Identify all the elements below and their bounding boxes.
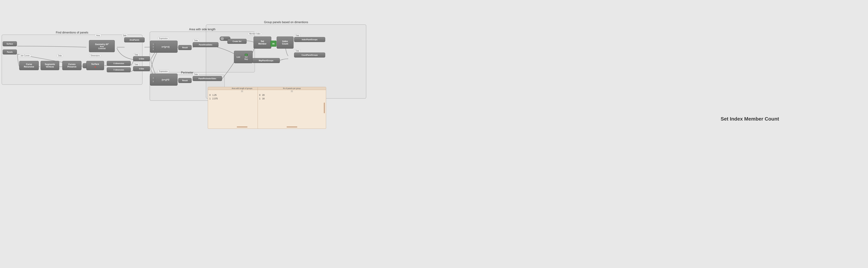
v-dim-label: V dimension: [114, 69, 124, 71]
panels-node[interactable]: Panels: [3, 50, 17, 55]
panels-row-1: 1 16: [259, 97, 324, 100]
list-set-map-node[interactable]: List { } Set Map: [234, 51, 253, 63]
data-perimeter-param: Data: [193, 73, 199, 76]
index-panel-groups-label: IndexPanelGroups: [302, 39, 317, 40]
scroll-bar-horizontal-panels[interactable]: [287, 126, 297, 127]
canvas: Find dimentions of panels Area with side…: [0, 0, 868, 268]
data-vdim-param: Data: [133, 63, 139, 66]
expression1-node[interactable]: x y z x+(y+z): [150, 40, 178, 53]
scroll-bar-panels[interactable]: [324, 102, 325, 113]
panels-per-group-header: Nr of panels per group: [258, 87, 326, 90]
scroll-bar-horizontal-area[interactable]: [237, 126, 247, 127]
panels-label: Panels: [7, 51, 12, 53]
join-curves-param: Data: [57, 54, 63, 57]
create-set-label: Create Set: [232, 40, 241, 42]
expression-param1: Expression: [158, 37, 169, 40]
surface2-label: Surface: [91, 63, 99, 65]
data-index-param: Data: [294, 34, 300, 37]
v-dim-node[interactable]: V-Dim: [133, 66, 150, 71]
panel-perimeter-label: PanelPerimeterSides: [198, 78, 216, 80]
segments-vertices-node[interactable]: Segments Vertices: [40, 61, 59, 70]
segments-label: Segments: [45, 63, 55, 65]
index-panel-groups-node[interactable]: IndexPanelGroups: [294, 37, 325, 42]
count-panel-groups-label: CountPanelGroups: [302, 54, 318, 56]
panels-per-group-panel: Nr of panels per group [0] 0 20 1 16: [258, 87, 326, 129]
panel-area-sides-node[interactable]: PanelAreaSides: [193, 42, 218, 47]
explode-param: Join Curves: [19, 54, 31, 57]
svg-rect-0: [2, 35, 142, 85]
surface-node[interactable]: Surface: [3, 41, 17, 46]
index-count-node[interactable]: Index Count: [277, 36, 293, 49]
curve-recursive-label: Curve: [26, 63, 32, 65]
expression-param2: Expression: [158, 70, 169, 73]
curves-label: Curves: [68, 63, 75, 65]
preserve-label: Preserve: [67, 65, 76, 68]
result2-node[interactable]: Result: [178, 78, 192, 83]
set-index-member-count-label: Set Index Member Count: [716, 106, 784, 131]
svg-text:Perimeter: Perimeter: [181, 71, 193, 74]
vertices-label: Vertices: [46, 65, 54, 68]
area-param: Area: [95, 34, 101, 37]
panel-perimeter-sides-node[interactable]: PanelPerimeterSides: [193, 76, 222, 81]
count-panel-groups-node[interactable]: CountPanelGroups: [294, 53, 325, 58]
vdim-label: V-Dim: [139, 68, 144, 70]
area-panels-node[interactable]: AreaPanels: [124, 37, 145, 42]
create-set-node[interactable]: Create Set: [227, 39, 247, 44]
geometry-area-node[interactable]: Geometry m2 Area Centroid: [89, 40, 115, 52]
area-panels-label: AreaPanels: [129, 39, 139, 41]
member-index-param: Member Index: [248, 32, 262, 35]
u-dim-label: U dimension: [113, 62, 124, 64]
map-panel-groups-node[interactable]: MapPanelGroups: [252, 58, 280, 63]
curves-preserve-node[interactable]: Curves Preserve: [62, 61, 82, 70]
data-area-param: Data: [122, 34, 128, 37]
panels-per-group-content: 0 20 1 16: [258, 93, 326, 101]
result1-label: Result: [182, 47, 188, 49]
svg-text:Group panels based on dimentio: Group panels based on dimentions: [264, 21, 308, 24]
panels-row-0: 0 20: [259, 93, 324, 97]
curve-recursive-sublabel: Recursive: [24, 65, 34, 68]
u-dimension-node[interactable]: U dimension: [107, 61, 131, 66]
surface2-node[interactable]: Surface 🔺: [86, 61, 104, 70]
m-icon: m: [271, 40, 276, 47]
result2-label: Result: [182, 80, 188, 82]
curve-recursive-node[interactable]: Curve Recursive: [19, 61, 39, 70]
panel-area-sides-label: PanelAreaSides: [199, 44, 212, 46]
data-count-param: Data: [294, 50, 300, 52]
dimensions-param: Dimensions: [90, 54, 101, 57]
toggle-handle[interactable]: [220, 37, 224, 40]
surface-label: Surface: [7, 43, 13, 45]
svg-text:Area with side length: Area with side length: [189, 28, 216, 31]
svg-text:Find dimentions of panels: Find dimentions of panels: [56, 31, 88, 34]
udim-label: U-Dim: [139, 58, 144, 60]
result1-node[interactable]: Result: [178, 45, 192, 50]
v-dimension-node[interactable]: V dimension: [107, 67, 131, 72]
data-udim-param: Data: [133, 53, 139, 56]
map-panel-groups-label: MapPanelGroups: [259, 60, 273, 62]
u-dim-node[interactable]: U-Dim: [133, 56, 150, 61]
data-panel-area-param: Data: [193, 39, 199, 42]
set-member-node[interactable]: Set Member: [253, 36, 271, 49]
expression2-node[interactable]: x y (x+y)*2: [150, 73, 178, 86]
